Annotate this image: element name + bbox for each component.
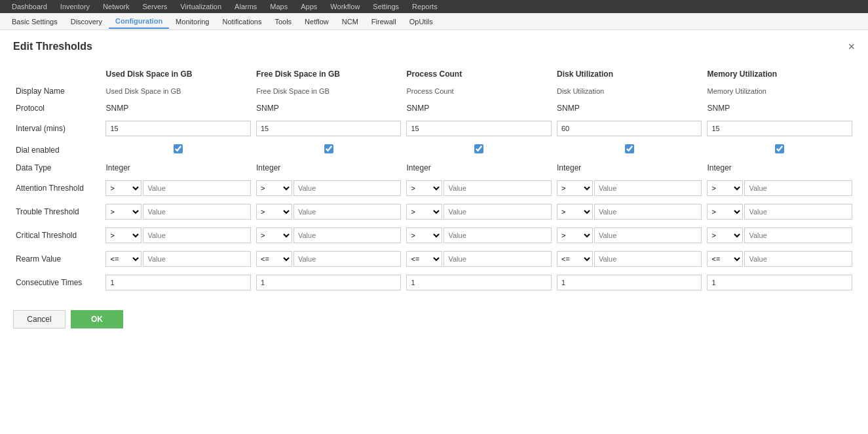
dial-checkbox-memory-util[interactable] — [775, 144, 784, 153]
consecutive-disk-util[interactable] — [554, 271, 705, 294]
close-button[interactable]: × — [848, 41, 855, 52]
critical-val-memory-util[interactable] — [744, 227, 852, 243]
critical-op-process-count[interactable]: >>=<<= — [406, 227, 442, 243]
dial-enabled-used-disk[interactable] — [103, 140, 254, 159]
subnav-netflow[interactable]: Netflow — [298, 15, 335, 28]
nav-settings[interactable]: Settings — [366, 1, 406, 12]
rearm-free-disk[interactable]: <=<>=> — [254, 247, 404, 271]
critical-val-disk-util[interactable] — [594, 227, 702, 243]
ok-button[interactable]: OK — [71, 310, 123, 328]
trouble-val-memory-util[interactable] — [744, 204, 852, 220]
subnav-oputils[interactable]: OpUtils — [403, 15, 440, 28]
consecutive-memory-util[interactable] — [704, 271, 855, 294]
interval-used-disk[interactable] — [103, 117, 254, 140]
interval-disk-util[interactable] — [554, 117, 705, 140]
subnav-basic-settings[interactable]: Basic Settings — [5, 15, 64, 28]
rearm-memory-util[interactable]: <=<>=> — [704, 247, 855, 271]
trouble-val-free-disk[interactable] — [293, 204, 402, 220]
interval-input-used-disk[interactable] — [105, 121, 251, 136]
subnav-tools[interactable]: Tools — [268, 15, 298, 28]
rearm-process-count[interactable]: <=<>=> — [404, 247, 554, 271]
subnav-ncm[interactable]: NCM — [335, 15, 365, 28]
consecutive-input-disk-util[interactable] — [557, 275, 702, 290]
interval-free-disk[interactable] — [254, 117, 404, 140]
trouble-memory-util[interactable]: >>=<<= — [704, 200, 855, 224]
interval-input-disk-util[interactable] — [557, 121, 702, 136]
trouble-disk-util[interactable]: >>=<<= — [554, 200, 705, 224]
critical-val-used-disk[interactable] — [143, 227, 251, 243]
subnav-firewall[interactable]: Firewall — [365, 15, 403, 28]
trouble-op-process-count[interactable]: >>=<<= — [406, 204, 442, 220]
nav-workflow[interactable]: Workflow — [324, 1, 366, 12]
attention-val-process-count[interactable] — [443, 180, 552, 196]
rearm-disk-util[interactable]: <=<>=> — [554, 247, 705, 271]
nav-alarms[interactable]: Alarms — [228, 1, 263, 12]
dial-checkbox-used-disk[interactable] — [174, 144, 183, 153]
attention-val-used-disk[interactable] — [143, 180, 251, 196]
nav-dashboard[interactable]: Dashboard — [5, 1, 54, 12]
dial-enabled-disk-util[interactable] — [554, 140, 705, 159]
attention-op-free-disk[interactable]: >>=<<= — [256, 180, 292, 196]
consecutive-free-disk[interactable] — [254, 271, 404, 294]
nav-inventory[interactable]: Inventory — [54, 1, 96, 12]
dial-enabled-free-disk[interactable] — [254, 140, 404, 159]
attention-memory-util[interactable]: >>=<<= — [704, 176, 855, 200]
attention-op-disk-util[interactable]: >>=<<= — [557, 180, 593, 196]
dial-enabled-memory-util[interactable] — [704, 140, 855, 159]
trouble-val-disk-util[interactable] — [594, 204, 702, 220]
dial-checkbox-disk-util[interactable] — [625, 144, 634, 153]
consecutive-input-free-disk[interactable] — [256, 275, 402, 290]
subnav-configuration[interactable]: Configuration — [109, 14, 169, 29]
critical-used-disk[interactable]: >>=<<= — [103, 224, 254, 247]
critical-val-process-count[interactable] — [443, 227, 552, 243]
nav-maps[interactable]: Maps — [263, 1, 294, 12]
interval-memory-util[interactable] — [704, 117, 855, 140]
rearm-val-free-disk[interactable] — [293, 251, 402, 267]
attention-process-count[interactable]: >>=<<= — [404, 176, 554, 200]
critical-op-memory-util[interactable]: >>=<<= — [707, 227, 743, 243]
critical-disk-util[interactable]: >>=<<= — [554, 224, 705, 247]
dial-checkbox-process-count[interactable] — [474, 144, 483, 153]
nav-reports[interactable]: Reports — [406, 1, 444, 12]
critical-op-free-disk[interactable]: >>=<<= — [256, 227, 292, 243]
trouble-val-process-count[interactable] — [443, 204, 552, 220]
trouble-used-disk[interactable]: >>=<<= — [103, 200, 254, 224]
dial-enabled-process-count[interactable] — [404, 140, 554, 159]
critical-process-count[interactable]: >>=<<= — [404, 224, 554, 247]
critical-val-free-disk[interactable] — [293, 227, 402, 243]
consecutive-input-used-disk[interactable] — [105, 275, 251, 290]
rearm-op-used-disk[interactable]: <=<>=> — [105, 251, 142, 267]
interval-input-process-count[interactable] — [406, 121, 552, 136]
dial-checkbox-free-disk[interactable] — [324, 144, 333, 153]
rearm-op-free-disk[interactable]: <=<>=> — [256, 251, 292, 267]
subnav-discovery[interactable]: Discovery — [64, 15, 109, 28]
consecutive-input-memory-util[interactable] — [707, 275, 852, 290]
subnav-monitoring[interactable]: Monitoring — [169, 15, 216, 28]
rearm-val-used-disk[interactable] — [143, 251, 251, 267]
rearm-op-memory-util[interactable]: <=<>=> — [707, 251, 743, 267]
nav-servers[interactable]: Servers — [136, 1, 174, 12]
critical-op-used-disk[interactable]: >>=<<= — [105, 227, 142, 243]
cancel-button[interactable]: Cancel — [13, 310, 66, 328]
critical-free-disk[interactable]: >>=<<= — [254, 224, 404, 247]
rearm-val-process-count[interactable] — [443, 251, 552, 267]
trouble-val-used-disk[interactable] — [143, 204, 251, 220]
consecutive-used-disk[interactable] — [103, 271, 254, 294]
attention-disk-util[interactable]: >>=<<= — [554, 176, 705, 200]
trouble-op-free-disk[interactable]: >>=<<= — [256, 204, 292, 220]
trouble-op-memory-util[interactable]: >>=<<= — [707, 204, 743, 220]
attention-used-disk[interactable]: >>=<<= — [103, 176, 254, 200]
rearm-op-disk-util[interactable]: <=<>=> — [557, 251, 593, 267]
attention-val-disk-util[interactable] — [594, 180, 702, 196]
trouble-free-disk[interactable]: >>=<<= — [254, 200, 404, 224]
attention-op-used-disk[interactable]: >>=<<= — [105, 180, 142, 196]
consecutive-input-process-count[interactable] — [406, 275, 552, 290]
attention-val-memory-util[interactable] — [744, 180, 852, 196]
attention-free-disk[interactable]: >>=<<= — [254, 176, 404, 200]
critical-op-disk-util[interactable]: >>=<<= — [557, 227, 593, 243]
nav-network[interactable]: Network — [96, 1, 136, 12]
rearm-used-disk[interactable]: <=<>=> — [103, 247, 254, 271]
rearm-val-memory-util[interactable] — [744, 251, 852, 267]
trouble-op-disk-util[interactable]: >>=<<= — [557, 204, 593, 220]
critical-memory-util[interactable]: >>=<<= — [704, 224, 855, 247]
